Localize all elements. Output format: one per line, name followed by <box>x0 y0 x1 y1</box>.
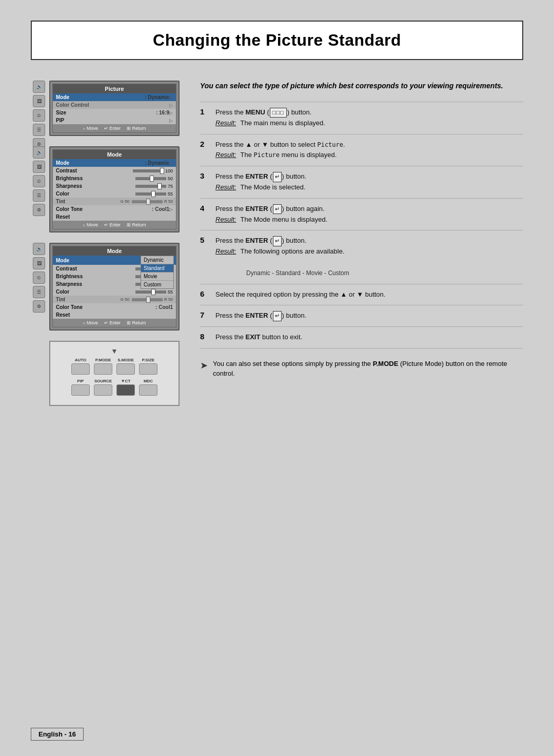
remote-pip-group: PIP <box>71 379 90 396</box>
note-box: ➤ You can also set these options simply … <box>200 359 523 379</box>
step-2-num: 2 <box>200 134 215 166</box>
enter-symbol-3: ↵ <box>273 172 282 182</box>
remote-smode-btn[interactable] <box>116 363 135 375</box>
side-icons-1: 🔊 🖼 ⊙ ☰ ⚙ <box>33 81 45 150</box>
remote-pip-btn[interactable] <box>71 384 90 396</box>
screen2-row-color: Color 55 <box>53 190 176 198</box>
icon-layers: ☰ <box>33 124 45 136</box>
step-2-content: Press the ▲ or ▼ button to select Pictur… <box>215 134 523 166</box>
screen2-row-colortone: Color Tone : Cool1 ▷ <box>53 205 176 213</box>
screen1-row-color: Color Control ▷ <box>53 101 176 109</box>
screen1-wrapper: 🔊 🖼 ⊙ ☰ ⚙ Picture Mode : Dynamic ▷ <box>49 81 180 136</box>
side-icons-2: 🔊 🖼 ⊙ ☰ ⚙ <box>33 146 45 216</box>
icon-layers-3: ☰ <box>33 286 45 298</box>
icon-speaker: 🔊 <box>33 81 45 93</box>
remote-auto-group: AUTO <box>71 358 90 375</box>
menu-symbol: □□□ <box>270 108 287 118</box>
screen2-row-sharpness: Sharpness 75 <box>53 182 176 190</box>
step-8-content: Press the EXIT button to exit. <box>215 327 523 348</box>
remote-pmode-btn[interactable] <box>94 363 112 375</box>
dropdown-item-standard: Standard <box>141 264 173 273</box>
screen2-title: Mode <box>53 150 176 159</box>
screen3-dropdown: Dynamic Standard Movie Custom <box>141 256 174 289</box>
screen3-inner: Mode Mode Dynamic Dynamic Standard Movie… <box>52 246 176 327</box>
remote-row-2: PIP SOURCE ▼CT MDC <box>55 379 173 396</box>
icon-gear-3: ⚙ <box>33 300 45 313</box>
left-column: 🔊 🖼 ⊙ ☰ ⚙ Picture Mode : Dynamic ▷ <box>31 81 180 406</box>
remote-row-1: AUTO P.MODE S.MODE P.SIZE <box>55 358 173 375</box>
title-box: Changing the Picture Standard <box>31 21 523 60</box>
page-title: Changing the Picture Standard <box>47 31 507 50</box>
icon-gear-2: ⚙ <box>33 204 45 216</box>
screen3-row-tint: Tint G 50 R 50 <box>53 296 176 303</box>
dropdown-item-custom: Custom <box>141 281 173 288</box>
remote-pmode-label: P.MODE <box>95 358 111 362</box>
remote-auto-btn[interactable] <box>71 363 90 375</box>
intro-text: You can select the type of picture which… <box>200 81 523 91</box>
screen3-title: Mode <box>53 246 176 256</box>
screen1-row-pip: PIP ▷ <box>53 117 176 124</box>
remote-smode-group: S.MODE <box>116 358 135 375</box>
note-text: You can also set these options simply by… <box>213 359 523 379</box>
step-7-num: 7 <box>200 305 215 327</box>
step-6-num: 6 <box>200 284 215 305</box>
remote-psize-label: P.SIZE <box>142 358 154 362</box>
remote-source-label: SOURCE <box>94 379 112 383</box>
dropdown-item-movie: Movie <box>141 273 173 281</box>
remote-auto-label: AUTO <box>75 358 87 362</box>
icon-layers-2: ☰ <box>33 189 45 202</box>
step-2: 2 Press the ▲ or ▼ button to select Pict… <box>200 134 523 166</box>
step-6: 6 Select the required option by pressing… <box>200 284 523 305</box>
step-5: 5 Press the ENTER (↵) button. Result: Th… <box>200 230 523 284</box>
icon-picture: 🖼 <box>33 95 45 107</box>
screen2-inner: Mode Mode : Dynamic ▷ Contrast 100 B <box>52 149 176 229</box>
note-arrow-icon: ➤ <box>200 359 208 373</box>
remote-top-arrow: ▼ <box>55 347 173 355</box>
screen3-wrapper: 🔊 🖼 ⊙ ☰ ⚙ Mode Mode Dynamic <box>49 243 180 331</box>
step-3-content: Press the ENTER (↵) button. Result: The … <box>215 166 523 199</box>
screen3-row-color: Color 55 <box>53 288 176 296</box>
page: Changing the Picture Standard 🔊 🖼 ⊙ ☰ ⚙ … <box>0 0 554 756</box>
step-1-num: 1 <box>200 102 215 134</box>
icon-picture-3: 🖼 <box>33 257 45 269</box>
side-icons-3: 🔊 🖼 ⊙ ☰ ⚙ <box>33 243 45 313</box>
icon-speaker-2: 🔊 <box>33 146 45 159</box>
step-8: 8 Press the EXIT button to exit. <box>200 327 523 348</box>
remote-source-btn[interactable] <box>94 384 112 396</box>
screen3-row-colortone: Color Tone : Cool1 <box>53 303 176 311</box>
screen3-footer: ⬦ Move ↵ Enter ⊞ Return <box>53 319 176 327</box>
screen1-inner: Picture Mode : Dynamic ▷ Color Control ▷… <box>52 84 176 133</box>
content-area: 🔊 🖼 ⊙ ☰ ⚙ Picture Mode : Dynamic ▷ <box>31 81 523 406</box>
step-3: 3 Press the ENTER (↵) button. Result: Th… <box>200 166 523 199</box>
step-5-num: 5 <box>200 230 215 284</box>
screen3-row-reset: Reset <box>53 311 176 319</box>
icon-picture-2: 🖼 <box>33 161 45 173</box>
remote-ct-label: ▼CT <box>121 379 131 383</box>
page-footer: English - 16 <box>31 728 84 741</box>
screen1-title: Picture <box>53 84 176 93</box>
steps-table: 1 Press the MENU (□□□) button. Result: T… <box>200 102 523 348</box>
remote-panel: ▼ AUTO P.MODE S.MODE <box>49 341 180 406</box>
step-4-content: Press the ENTER (↵) button again. Result… <box>215 198 523 230</box>
remote-ct-btn[interactable] <box>116 384 135 396</box>
remote-mdc-btn[interactable] <box>139 384 157 396</box>
screen2-row-tint: Tint G 50 R 50 <box>53 198 176 205</box>
screen2-footer: ⬦ Move ↵ Enter ⊞ Return <box>53 221 176 229</box>
screen1-footer: ⬦ Move ↵ Enter ⊞ Return <box>53 124 176 132</box>
step-5-content: Press the ENTER (↵) button. Result: The … <box>215 230 523 284</box>
screen2-row-brightness: Brightness 50 <box>53 175 176 182</box>
remote-psize-group: P.SIZE <box>139 358 157 375</box>
step-3-num: 3 <box>200 166 215 199</box>
step-7: 7 Press the ENTER (↵) button. <box>200 305 523 327</box>
icon-speaker-3: 🔊 <box>33 243 45 255</box>
screen1-panel: Picture Mode : Dynamic ▷ Color Control ▷… <box>49 81 180 136</box>
step-8-num: 8 <box>200 327 215 348</box>
enter-symbol-5: ↵ <box>273 236 282 246</box>
step-7-content: Press the ENTER (↵) button. <box>215 305 523 327</box>
icon-circle-2: ⊙ <box>33 175 45 187</box>
step-4: 4 Press the ENTER (↵) button again. Resu… <box>200 198 523 230</box>
remote-wrapper: ▼ AUTO P.MODE S.MODE <box>49 341 180 406</box>
step-4-num: 4 <box>200 198 215 230</box>
options-text: Dynamic - Standard - Movie - Custom <box>215 269 349 277</box>
remote-psize-btn[interactable] <box>139 363 157 375</box>
